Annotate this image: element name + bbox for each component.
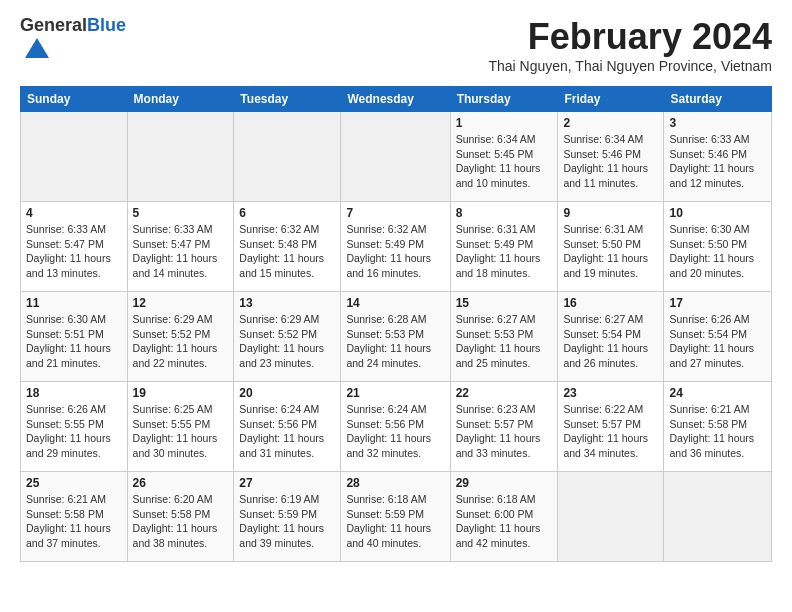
calendar-week-row: 18Sunrise: 6:26 AM Sunset: 5:55 PM Dayli… — [21, 382, 772, 472]
calendar-day-cell — [127, 112, 234, 202]
day-info: Sunrise: 6:22 AM Sunset: 5:57 PM Dayligh… — [563, 402, 658, 461]
calendar-day-cell: 3Sunrise: 6:33 AM Sunset: 5:46 PM Daylig… — [664, 112, 772, 202]
calendar-day-cell: 25Sunrise: 6:21 AM Sunset: 5:58 PM Dayli… — [21, 472, 128, 562]
day-info: Sunrise: 6:33 AM Sunset: 5:47 PM Dayligh… — [26, 222, 122, 281]
day-info: Sunrise: 6:26 AM Sunset: 5:55 PM Dayligh… — [26, 402, 122, 461]
day-info: Sunrise: 6:26 AM Sunset: 5:54 PM Dayligh… — [669, 312, 766, 371]
weekday-header-cell: Wednesday — [341, 87, 450, 112]
day-number: 3 — [669, 116, 766, 130]
day-number: 11 — [26, 296, 122, 310]
day-number: 27 — [239, 476, 335, 490]
day-number: 26 — [133, 476, 229, 490]
weekday-header-row: SundayMondayTuesdayWednesdayThursdayFrid… — [21, 87, 772, 112]
day-info: Sunrise: 6:34 AM Sunset: 5:46 PM Dayligh… — [563, 132, 658, 191]
calendar-day-cell: 29Sunrise: 6:18 AM Sunset: 6:00 PM Dayli… — [450, 472, 558, 562]
day-info: Sunrise: 6:32 AM Sunset: 5:49 PM Dayligh… — [346, 222, 444, 281]
day-number: 12 — [133, 296, 229, 310]
calendar-week-row: 4Sunrise: 6:33 AM Sunset: 5:47 PM Daylig… — [21, 202, 772, 292]
weekday-header-cell: Thursday — [450, 87, 558, 112]
day-number: 28 — [346, 476, 444, 490]
day-info: Sunrise: 6:30 AM Sunset: 5:50 PM Dayligh… — [669, 222, 766, 281]
calendar-day-cell: 13Sunrise: 6:29 AM Sunset: 5:52 PM Dayli… — [234, 292, 341, 382]
calendar-day-cell: 12Sunrise: 6:29 AM Sunset: 5:52 PM Dayli… — [127, 292, 234, 382]
day-info: Sunrise: 6:24 AM Sunset: 5:56 PM Dayligh… — [346, 402, 444, 461]
calendar-day-cell: 28Sunrise: 6:18 AM Sunset: 5:59 PM Dayli… — [341, 472, 450, 562]
calendar-day-cell: 2Sunrise: 6:34 AM Sunset: 5:46 PM Daylig… — [558, 112, 664, 202]
calendar-day-cell: 16Sunrise: 6:27 AM Sunset: 5:54 PM Dayli… — [558, 292, 664, 382]
calendar-day-cell: 23Sunrise: 6:22 AM Sunset: 5:57 PM Dayli… — [558, 382, 664, 472]
calendar-day-cell: 6Sunrise: 6:32 AM Sunset: 5:48 PM Daylig… — [234, 202, 341, 292]
page-header: GeneralBlue February 2024 Thai Nguyen, T… — [20, 16, 772, 82]
calendar-day-cell: 19Sunrise: 6:25 AM Sunset: 5:55 PM Dayli… — [127, 382, 234, 472]
logo-blue-text: Blue — [87, 15, 126, 35]
calendar-day-cell — [341, 112, 450, 202]
calendar-body: 1Sunrise: 6:34 AM Sunset: 5:45 PM Daylig… — [21, 112, 772, 562]
calendar-day-cell: 5Sunrise: 6:33 AM Sunset: 5:47 PM Daylig… — [127, 202, 234, 292]
day-info: Sunrise: 6:24 AM Sunset: 5:56 PM Dayligh… — [239, 402, 335, 461]
day-number: 5 — [133, 206, 229, 220]
day-info: Sunrise: 6:19 AM Sunset: 5:59 PM Dayligh… — [239, 492, 335, 551]
day-info: Sunrise: 6:18 AM Sunset: 5:59 PM Dayligh… — [346, 492, 444, 551]
calendar-day-cell: 9Sunrise: 6:31 AM Sunset: 5:50 PM Daylig… — [558, 202, 664, 292]
day-info: Sunrise: 6:21 AM Sunset: 5:58 PM Dayligh… — [669, 402, 766, 461]
month-title: February 2024 — [488, 16, 772, 58]
day-number: 20 — [239, 386, 335, 400]
logo-icon — [23, 36, 51, 64]
title-area: February 2024 Thai Nguyen, Thai Nguyen P… — [488, 16, 772, 82]
subtitle: Thai Nguyen, Thai Nguyen Province, Vietn… — [488, 58, 772, 74]
day-info: Sunrise: 6:21 AM Sunset: 5:58 PM Dayligh… — [26, 492, 122, 551]
calendar-day-cell: 4Sunrise: 6:33 AM Sunset: 5:47 PM Daylig… — [21, 202, 128, 292]
day-number: 21 — [346, 386, 444, 400]
day-number: 25 — [26, 476, 122, 490]
day-number: 19 — [133, 386, 229, 400]
day-info: Sunrise: 6:29 AM Sunset: 5:52 PM Dayligh… — [133, 312, 229, 371]
calendar-day-cell: 22Sunrise: 6:23 AM Sunset: 5:57 PM Dayli… — [450, 382, 558, 472]
calendar-week-row: 11Sunrise: 6:30 AM Sunset: 5:51 PM Dayli… — [21, 292, 772, 382]
day-number: 18 — [26, 386, 122, 400]
day-number: 16 — [563, 296, 658, 310]
calendar-day-cell: 11Sunrise: 6:30 AM Sunset: 5:51 PM Dayli… — [21, 292, 128, 382]
svg-marker-0 — [25, 38, 49, 58]
calendar-day-cell: 1Sunrise: 6:34 AM Sunset: 5:45 PM Daylig… — [450, 112, 558, 202]
calendar-week-row: 1Sunrise: 6:34 AM Sunset: 5:45 PM Daylig… — [21, 112, 772, 202]
calendar-day-cell: 20Sunrise: 6:24 AM Sunset: 5:56 PM Dayli… — [234, 382, 341, 472]
day-info: Sunrise: 6:27 AM Sunset: 5:54 PM Dayligh… — [563, 312, 658, 371]
day-info: Sunrise: 6:20 AM Sunset: 5:58 PM Dayligh… — [133, 492, 229, 551]
calendar-day-cell — [664, 472, 772, 562]
calendar-table: SundayMondayTuesdayWednesdayThursdayFrid… — [20, 86, 772, 562]
calendar-day-cell: 26Sunrise: 6:20 AM Sunset: 5:58 PM Dayli… — [127, 472, 234, 562]
calendar-day-cell: 15Sunrise: 6:27 AM Sunset: 5:53 PM Dayli… — [450, 292, 558, 382]
day-number: 6 — [239, 206, 335, 220]
day-info: Sunrise: 6:34 AM Sunset: 5:45 PM Dayligh… — [456, 132, 553, 191]
day-info: Sunrise: 6:28 AM Sunset: 5:53 PM Dayligh… — [346, 312, 444, 371]
day-number: 14 — [346, 296, 444, 310]
calendar-day-cell: 18Sunrise: 6:26 AM Sunset: 5:55 PM Dayli… — [21, 382, 128, 472]
calendar-day-cell: 24Sunrise: 6:21 AM Sunset: 5:58 PM Dayli… — [664, 382, 772, 472]
calendar-week-row: 25Sunrise: 6:21 AM Sunset: 5:58 PM Dayli… — [21, 472, 772, 562]
calendar-day-cell: 27Sunrise: 6:19 AM Sunset: 5:59 PM Dayli… — [234, 472, 341, 562]
weekday-header-cell: Sunday — [21, 87, 128, 112]
logo-general-text: General — [20, 15, 87, 35]
weekday-header-cell: Friday — [558, 87, 664, 112]
day-info: Sunrise: 6:33 AM Sunset: 5:46 PM Dayligh… — [669, 132, 766, 191]
day-number: 22 — [456, 386, 553, 400]
day-number: 8 — [456, 206, 553, 220]
day-number: 7 — [346, 206, 444, 220]
calendar-day-cell: 17Sunrise: 6:26 AM Sunset: 5:54 PM Dayli… — [664, 292, 772, 382]
weekday-header-cell: Tuesday — [234, 87, 341, 112]
day-info: Sunrise: 6:31 AM Sunset: 5:50 PM Dayligh… — [563, 222, 658, 281]
calendar-day-cell: 8Sunrise: 6:31 AM Sunset: 5:49 PM Daylig… — [450, 202, 558, 292]
calendar-day-cell: 14Sunrise: 6:28 AM Sunset: 5:53 PM Dayli… — [341, 292, 450, 382]
calendar-day-cell: 10Sunrise: 6:30 AM Sunset: 5:50 PM Dayli… — [664, 202, 772, 292]
day-number: 15 — [456, 296, 553, 310]
day-info: Sunrise: 6:33 AM Sunset: 5:47 PM Dayligh… — [133, 222, 229, 281]
calendar-day-cell — [558, 472, 664, 562]
day-number: 29 — [456, 476, 553, 490]
calendar-day-cell — [21, 112, 128, 202]
day-number: 1 — [456, 116, 553, 130]
calendar-day-cell: 7Sunrise: 6:32 AM Sunset: 5:49 PM Daylig… — [341, 202, 450, 292]
calendar-day-cell — [234, 112, 341, 202]
day-info: Sunrise: 6:18 AM Sunset: 6:00 PM Dayligh… — [456, 492, 553, 551]
day-info: Sunrise: 6:23 AM Sunset: 5:57 PM Dayligh… — [456, 402, 553, 461]
day-number: 4 — [26, 206, 122, 220]
